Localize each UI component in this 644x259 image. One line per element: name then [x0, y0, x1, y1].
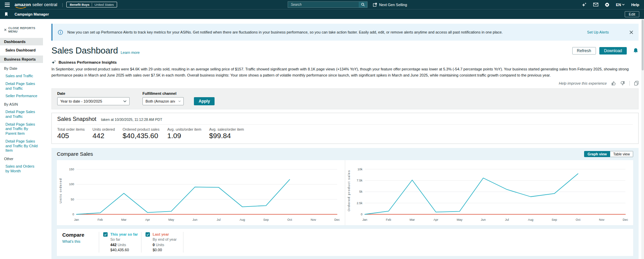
filter-bar: Date Year to date - 10/30/2025 Fulfillme…	[51, 88, 639, 109]
reports-sidebar: CLOSE REPORTS MENU DashboardsSales Dashb…	[0, 19, 43, 259]
set-up-alerts-link[interactable]: Set Up Alerts	[587, 30, 609, 34]
stat-total-order-items: Total order items405	[57, 127, 85, 140]
svg-text:150: 150	[69, 168, 74, 171]
sidebar-item-detail-page-sales-and-traffic-by-child-item[interactable]: Detail Page Sales and Traffic By Child I…	[0, 138, 43, 155]
svg-text:Sep: Sep	[263, 218, 269, 221]
sidebar-item-detail-page-sales-and-traffic-by-parent-item[interactable]: Detail Page Sales and Traffic By Parent …	[0, 121, 43, 138]
account-marketplace-switcher[interactable]: Benefit Buys United States	[66, 2, 117, 7]
copy-icon[interactable]	[634, 81, 639, 86]
feedback-divider	[629, 81, 630, 86]
svg-text:Apr: Apr	[145, 218, 150, 221]
svg-text:0: 0	[361, 213, 362, 216]
legend-item-last-year: Last yearBy end of year0 Units$0.00	[141, 232, 183, 253]
snapshot-title: Sales Snapshot	[57, 116, 96, 122]
compare-legend: Compare What's this This year so farSo f…	[57, 229, 633, 256]
language-selector[interactable]: EN	[616, 3, 625, 7]
banner-text: Now you can set up Performance Alerts to…	[67, 30, 583, 34]
banner-close-button[interactable]	[629, 30, 633, 34]
business-performance-insights: Business Performance Insights In Septemb…	[51, 60, 639, 86]
svg-text:0: 0	[72, 213, 74, 216]
thumbs-up-icon[interactable]	[611, 81, 616, 86]
close-icon	[629, 30, 633, 34]
edit-button[interactable]: Edit	[625, 11, 639, 17]
scrollbar-thumb[interactable]	[642, 20, 644, 70]
legend-checkbox[interactable]	[103, 232, 108, 237]
svg-text:Jan: Jan	[74, 218, 79, 221]
sidebar-item-business-reports: Business Reports	[0, 56, 43, 63]
svg-text:Nov: Nov	[599, 218, 605, 221]
svg-text:Oct: Oct	[287, 218, 292, 221]
sidebar-item-sales-and-traffic[interactable]: Sales and Traffic	[0, 72, 43, 80]
download-button[interactable]: Download	[599, 47, 627, 55]
search-button[interactable]	[359, 1, 368, 8]
sparkle-icon	[51, 60, 56, 65]
svg-text:May: May	[168, 218, 174, 221]
page-title: Sales Dashboard	[51, 45, 118, 56]
svg-text:May: May	[457, 218, 463, 221]
close-reports-menu[interactable]: CLOSE REPORTS MENU	[0, 26, 43, 38]
sidebar-item-detail-page-sales-and-traffic[interactable]: Detail Page Sales and Traffic	[0, 80, 43, 93]
legend-item-text: This year so farSo far442 Units$40,435.6…	[110, 232, 138, 253]
notifications-bell-icon[interactable]	[633, 48, 639, 54]
sidebar-item-by-asin: By ASIN	[0, 100, 43, 108]
sidebar-item-sales-dashboard[interactable]: Sales Dashboard	[0, 47, 43, 56]
next-gen-selling-link[interactable]: Next Gen Selling	[373, 3, 407, 7]
chevron-down-icon	[622, 4, 625, 5]
menu-icon[interactable]	[5, 3, 10, 7]
svg-text:Dec: Dec	[623, 218, 628, 221]
fulfillment-channel-select[interactable]: Both (Amazon and seller)	[142, 97, 184, 105]
refresh-button[interactable]: Refresh	[572, 47, 596, 55]
svg-text:Units ordered: Units ordered	[59, 178, 62, 203]
sidebar-item-by-date: By Date	[0, 64, 43, 72]
svg-text:Oct: Oct	[576, 218, 581, 221]
next-gen-selling-label: Next Gen Selling	[379, 3, 407, 7]
sidebar-item-other: Other	[0, 155, 43, 163]
compare-sales-title: Compare Sales	[57, 151, 93, 157]
date-filter-label: Date	[57, 91, 130, 95]
amazon-seller-central-logo[interactable]: amazon seller central	[15, 2, 57, 7]
apply-button[interactable]: Apply	[194, 97, 215, 105]
sidebar-item-sales-and-orders-by-month[interactable]: Sales and Orders by Month	[0, 163, 43, 175]
svg-text:Dec: Dec	[334, 218, 340, 221]
chevron-down-icon	[178, 100, 181, 102]
sales-snapshot-panel: Sales Snapshot taken at 10/30/2025, 11:1…	[51, 113, 639, 144]
svg-text:Jul: Jul	[505, 218, 509, 221]
chevron-down-icon	[123, 100, 127, 102]
ai-sparkle-icon[interactable]	[582, 2, 587, 7]
svg-text:Nov: Nov	[311, 218, 316, 221]
svg-text:Aug: Aug	[528, 218, 533, 221]
table-view-button[interactable]: Table view	[610, 151, 633, 157]
stat-units-ordered: Units ordered442	[92, 127, 115, 140]
stat-label: Units ordered	[92, 127, 115, 131]
graph-view-button[interactable]: Graph view	[584, 151, 610, 157]
svg-text:50: 50	[71, 198, 74, 201]
messages-icon[interactable]	[593, 3, 598, 6]
stat-label: Ordered product sales	[123, 127, 159, 131]
legend-checkbox[interactable]	[146, 232, 150, 237]
performance-alerts-banner: Now you can set up Performance Alerts to…	[51, 24, 639, 41]
main-content: Now you can set up Performance Alerts to…	[43, 19, 644, 259]
help-link[interactable]: Help	[631, 3, 639, 7]
stat-avg-sales-order-item: Avg. sales/order item$99.84	[209, 127, 244, 140]
compare-sales-panel: Compare Sales Graph view Table view 0501…	[51, 148, 639, 259]
stat-ordered-product-sales: Ordered product sales$40,435.60	[123, 127, 159, 140]
compare-charts: 050100150JanFebMarAprMayJunJulAugSepOctN…	[57, 160, 633, 225]
language-label: EN	[616, 3, 621, 7]
svg-text:Aug: Aug	[240, 218, 245, 221]
sidebar-item-detail-page-sales-and-traffic[interactable]: Detail Page Sales and Traffic	[0, 108, 43, 121]
legend-item-text: Last yearBy end of year0 Units$0.00	[153, 232, 177, 253]
settings-gear-icon[interactable]	[605, 2, 609, 7]
info-icon	[58, 30, 63, 35]
sidebar-item-seller-performance[interactable]: Seller Performance	[0, 92, 43, 100]
stat-label: Avg. units/order item	[167, 127, 201, 131]
stat-label: Total order items	[57, 127, 85, 131]
date-range-select[interactable]: Year to date - 10/30/2025	[57, 97, 130, 105]
whats-this-link[interactable]: What's this	[62, 239, 99, 243]
learn-more-link[interactable]: Learn more	[120, 50, 139, 56]
bookmark-icon[interactable]	[5, 12, 8, 16]
launch-icon	[373, 3, 377, 7]
svg-text:Mar: Mar	[409, 218, 415, 221]
search-input[interactable]	[288, 1, 359, 8]
vertical-scrollbar[interactable]	[641, 19, 644, 259]
thumbs-down-icon[interactable]	[620, 81, 625, 86]
